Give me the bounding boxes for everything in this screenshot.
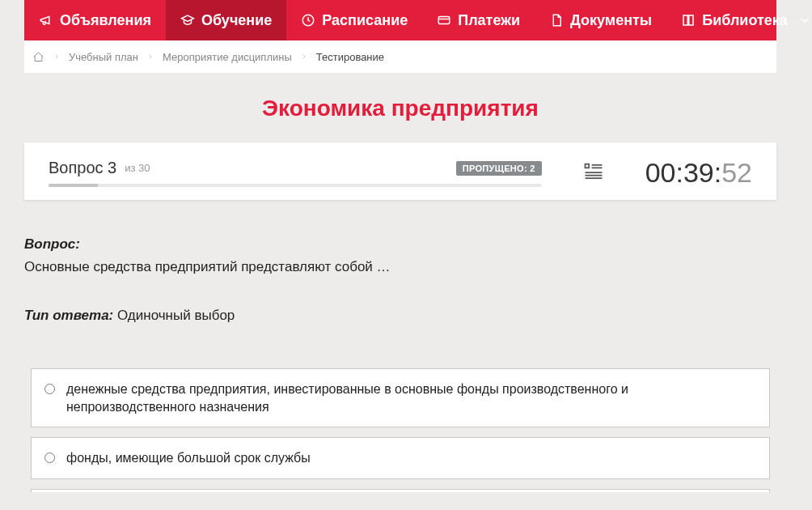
nav-label: Платежи [458,12,520,29]
progress-fill [49,184,98,187]
question-list-button[interactable] [582,160,605,186]
question-number: Вопрос 3 [49,159,116,177]
answer-option[interactable]: фонды, имеющие большой срок службы [31,437,770,479]
answer-type-label: Тип ответа: [24,308,113,323]
nav-label: Обучение [201,12,272,29]
breadcrumb-current: Тестирование [316,51,384,63]
question-total: из 30 [125,162,150,174]
page-title: Экономика предприятия [0,96,801,121]
breadcrumb-discipline-event[interactable]: Мероприятие дисциплины [163,51,292,63]
graduation-icon [180,13,195,28]
question-label: Вопрос: [24,236,776,253]
answer-options: денежные средства предприятия, инвестиро… [24,368,776,492]
book-icon [681,13,696,28]
home-icon[interactable] [32,51,44,63]
progress-bar [49,184,542,187]
nav-library[interactable]: Библиотека [666,0,812,40]
breadcrumb: Учебный план Мероприятие дисциплины Тест… [24,40,776,73]
quiz-status-bar: Вопрос 3 из 30 ПРОПУЩЕНО: 2 00:39:52 [24,142,776,200]
nav-learning[interactable]: Обучение [166,0,286,40]
chevron-right-icon [300,51,308,63]
svg-rect-1 [438,17,450,24]
nav-announcements[interactable]: Объявления [24,0,166,40]
timer-main: 00:39: [645,157,722,189]
nav-label: Библиотека [702,12,788,29]
nav-label: Документы [570,12,652,29]
chevron-right-icon [146,51,154,63]
card-icon [437,13,451,28]
nav-label: Расписание [322,12,408,29]
answer-option[interactable] [31,489,770,492]
skipped-badge: ПРОПУЩЕНО: 2 [456,161,542,176]
option-text: фонды, имеющие большой срок службы [66,449,311,467]
question-text: Основные средства предприятий представля… [24,259,776,275]
svg-rect-2 [585,164,589,168]
question-content: Вопрос: Основные средства предприятий пр… [24,236,776,492]
chevron-right-icon [53,51,61,63]
megaphone-icon [39,13,53,28]
breadcrumb-study-plan[interactable]: Учебный план [69,51,138,63]
clock-icon [301,13,315,28]
radio-input[interactable] [44,384,55,394]
nav-schedule[interactable]: Расписание [286,0,422,40]
document-icon [549,13,564,28]
answer-type-value: Одиночный выбор [117,308,235,323]
nav-documents[interactable]: Документы [535,0,666,40]
timer: 00:39:52 [645,157,752,189]
chevron-down-icon [797,13,812,28]
nav-payments[interactable]: Платежи [422,0,535,40]
answer-option[interactable]: денежные средства предприятия, инвестиро… [31,368,770,427]
timer-seconds: 52 [721,157,752,189]
option-text: денежные средства предприятия, инвестиро… [66,380,756,415]
nav-label: Объявления [60,12,151,29]
radio-input[interactable] [44,453,55,463]
top-nav: Объявления Обучение Расписание Платежи Д… [24,0,776,40]
